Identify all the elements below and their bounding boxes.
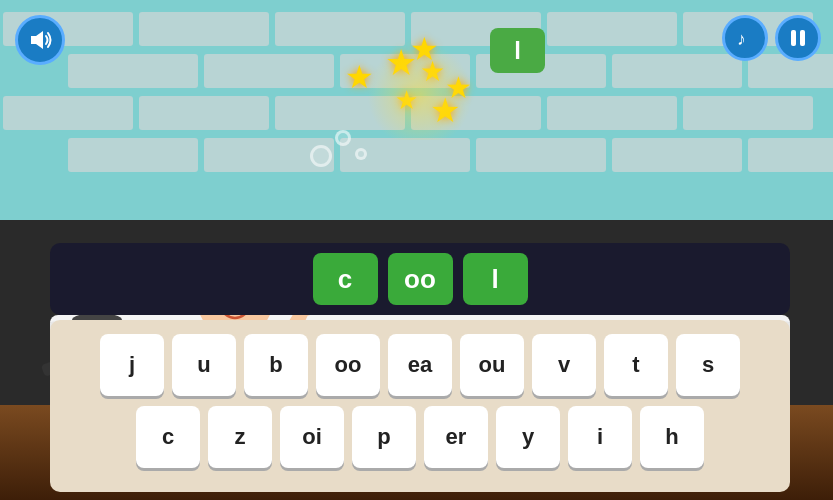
letter-text: l (514, 37, 521, 65)
star-7: ★ (395, 85, 418, 116)
word-tile-oo: oo (388, 253, 453, 305)
key-ou[interactable]: ou (460, 334, 524, 396)
key-v[interactable]: v (532, 334, 596, 396)
pause-button[interactable] (775, 15, 821, 61)
key-j[interactable]: j (100, 334, 164, 396)
star-6: ★ (430, 90, 460, 130)
word-tile-l: l (463, 253, 528, 305)
star-1: ★ (345, 58, 374, 96)
key-oo[interactable]: oo (316, 334, 380, 396)
music-icon: ♪ (734, 27, 756, 49)
letter-display: l (490, 28, 545, 73)
key-ea[interactable]: ea (388, 334, 452, 396)
key-s[interactable]: s (676, 334, 740, 396)
key-u[interactable]: u (172, 334, 236, 396)
sound-icon (27, 27, 53, 53)
svg-rect-15 (800, 30, 805, 46)
sound-button[interactable] (15, 15, 65, 65)
key-p[interactable]: p (352, 406, 416, 468)
key-c[interactable]: c (136, 406, 200, 468)
key-z[interactable]: z (208, 406, 272, 468)
key-i[interactable]: i (568, 406, 632, 468)
key-b[interactable]: b (244, 334, 308, 396)
svg-text:♪: ♪ (737, 29, 746, 49)
phonics-keyboard: j u b oo ea ou v t s c z oi p er y i h (50, 320, 790, 492)
keyboard-row-1: j u b oo ea ou v t s (68, 334, 772, 396)
word-display-panel: c oo l (50, 243, 790, 315)
game-container: 🐻 ★ ★ ★ ★ ★ ★ ★ (0, 0, 833, 500)
star-4: ★ (410, 30, 439, 68)
key-t[interactable]: t (604, 334, 668, 396)
svg-marker-12 (31, 31, 43, 49)
music-button[interactable]: ♪ (722, 15, 768, 61)
key-er[interactable]: er (424, 406, 488, 468)
key-oi[interactable]: oi (280, 406, 344, 468)
key-y[interactable]: y (496, 406, 560, 468)
svg-rect-14 (791, 30, 796, 46)
bubble-2 (335, 130, 351, 146)
pause-icon (788, 28, 808, 48)
key-h[interactable]: h (640, 406, 704, 468)
bubble-3 (355, 148, 367, 160)
word-tile-c: c (313, 253, 378, 305)
bubble-1 (310, 145, 332, 167)
keyboard-row-2: c z oi p er y i h (68, 406, 772, 468)
